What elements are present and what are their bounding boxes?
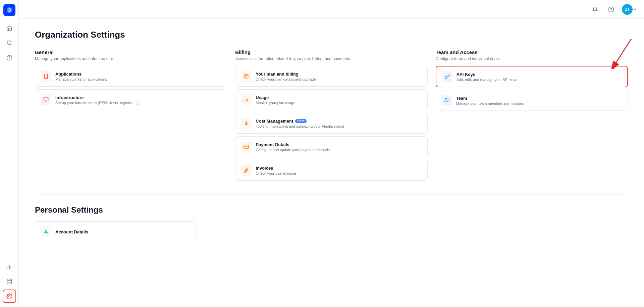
notifications-icon[interactable]	[590, 4, 600, 15]
cost-text: Cost Management Beta Tools for monitorin…	[256, 119, 422, 128]
applications-card[interactable]: Applications Manage your list of applica…	[35, 66, 227, 87]
cost-title: Cost Management Beta	[256, 119, 422, 124]
team-title: Team	[456, 96, 622, 101]
main-content: ZT ▾ Organization Settings General Manag…	[19, 0, 644, 307]
cost-card[interactable]: $ Cost Management Beta Tools for monitor…	[235, 113, 427, 134]
payment-desc: Configure and update your payment method…	[256, 148, 422, 152]
svg-point-8	[7, 279, 12, 281]
payment-text: Payment Details Configure and update you…	[256, 142, 422, 152]
invoices-text: Invoices Check your past invoices	[256, 166, 422, 175]
user-menu-chevron: ▾	[634, 7, 636, 12]
applications-desc: Manage your list of applications	[55, 77, 221, 81]
billing-title: Billing	[235, 49, 427, 55]
usage-card[interactable]: Usage Monitor your plan usage	[235, 89, 427, 110]
payment-icon	[241, 141, 252, 152]
svg-rect-21	[244, 145, 249, 149]
svg-point-26	[45, 230, 47, 231]
api-keys-title: API Keys	[457, 72, 622, 77]
avatar: ZT	[622, 4, 633, 15]
api-keys-desc: Add, edit, and manage your API keys	[457, 78, 622, 82]
team-icon	[441, 95, 452, 106]
org-settings-grid: General Manage your applications and inf…	[35, 49, 628, 183]
team-access-column: Team and Access Configure team and indiv…	[436, 49, 628, 114]
usage-title: Usage	[256, 95, 422, 100]
beta-badge: Beta	[295, 119, 307, 123]
plan-text: Your plan and billing Check your plan de…	[256, 72, 422, 81]
general-column: General Manage your applications and inf…	[35, 49, 227, 113]
invoices-title: Invoices	[256, 166, 422, 171]
team-card[interactable]: Team Manage your team members permission…	[436, 90, 628, 111]
infrastructure-desc: Set up your infrastructure (DSN, alerts,…	[55, 101, 221, 105]
user-menu[interactable]: ZT ▾	[622, 4, 636, 15]
payment-card[interactable]: Payment Details Configure and update you…	[235, 136, 427, 157]
sidebar-item-help[interactable]	[3, 51, 16, 64]
applications-text: Applications Manage your list of applica…	[55, 72, 221, 81]
team-desc: Manage your team members permissions	[456, 101, 622, 105]
general-description: Manage your applications and infrastruct…	[35, 56, 227, 61]
cost-desc: Tools for monitoring and optimizing your…	[256, 124, 422, 128]
svg-point-25	[445, 98, 447, 100]
general-title: General	[35, 49, 227, 55]
page-title: Organization Settings	[35, 30, 628, 40]
sidebar-item-search[interactable]	[3, 36, 16, 50]
svg-rect-12	[44, 74, 47, 78]
sidebar-item-settings[interactable]	[3, 290, 16, 303]
team-access-description: Configure team and individual rights	[436, 56, 628, 61]
svg-point-9	[8, 296, 10, 297]
invoices-desc: Check your past invoices	[256, 171, 422, 175]
personal-settings-grid: Account Details	[35, 221, 196, 242]
payment-title: Payment Details	[256, 142, 422, 147]
infrastructure-title: Infrastructure	[55, 95, 221, 100]
personal-settings-title: Personal Settings	[35, 205, 628, 215]
sidebar-item-database[interactable]	[3, 275, 16, 288]
invoices-card[interactable]: Invoices Check your past invoices	[235, 160, 427, 181]
api-keys-card[interactable]: API Keys Add, edit, and manage your API …	[436, 66, 628, 87]
infrastructure-icon	[41, 94, 51, 105]
plan-card[interactable]: Your plan and billing Check your plan de…	[235, 66, 427, 87]
invoices-icon	[241, 165, 252, 176]
billing-column: Billing Access all information related t…	[235, 49, 427, 183]
sidebar-logo[interactable]	[3, 4, 15, 16]
usage-text: Usage Monitor your plan usage	[256, 95, 422, 105]
plan-title: Your plan and billing	[256, 72, 422, 77]
svg-rect-14	[44, 98, 48, 101]
applications-title: Applications	[55, 72, 221, 77]
section-divider	[35, 194, 628, 194]
sidebar-item-home[interactable]	[3, 21, 16, 35]
help-icon[interactable]	[606, 4, 616, 15]
plan-icon	[241, 71, 252, 82]
billing-description: Access all information related to your p…	[235, 56, 427, 61]
account-details-icon	[41, 226, 51, 237]
account-details-text: Account Details	[55, 229, 190, 234]
svg-point-1	[7, 41, 11, 45]
account-details-card[interactable]: Account Details	[35, 221, 196, 242]
svg-point-17	[246, 76, 247, 77]
account-details-title: Account Details	[55, 229, 190, 234]
team-access-title: Team and Access	[436, 49, 628, 55]
sidebar-item-analytics[interactable]	[3, 260, 16, 273]
svg-point-0	[6, 7, 12, 13]
cost-icon: $	[241, 118, 252, 129]
api-keys-text: API Keys Add, edit, and manage your API …	[457, 72, 622, 82]
infrastructure-card[interactable]: Infrastructure Set up your infrastructur…	[35, 89, 227, 110]
plan-desc: Check your plan details and upgrade	[256, 77, 422, 81]
topbar: ZT ▾	[19, 0, 644, 19]
usage-desc: Monitor your plan usage	[256, 101, 422, 105]
team-text: Team Manage your team members permission…	[456, 96, 622, 105]
svg-line-2	[10, 44, 11, 45]
infrastructure-text: Infrastructure Set up your infrastructur…	[55, 95, 221, 105]
sidebar	[0, 0, 19, 307]
page-content: Organization Settings General Manage you…	[19, 19, 644, 256]
applications-icon	[41, 71, 51, 82]
usage-icon	[241, 94, 252, 105]
api-keys-icon	[442, 71, 452, 82]
api-keys-annotation-wrapper: API Keys Add, edit, and manage your API …	[436, 66, 628, 87]
